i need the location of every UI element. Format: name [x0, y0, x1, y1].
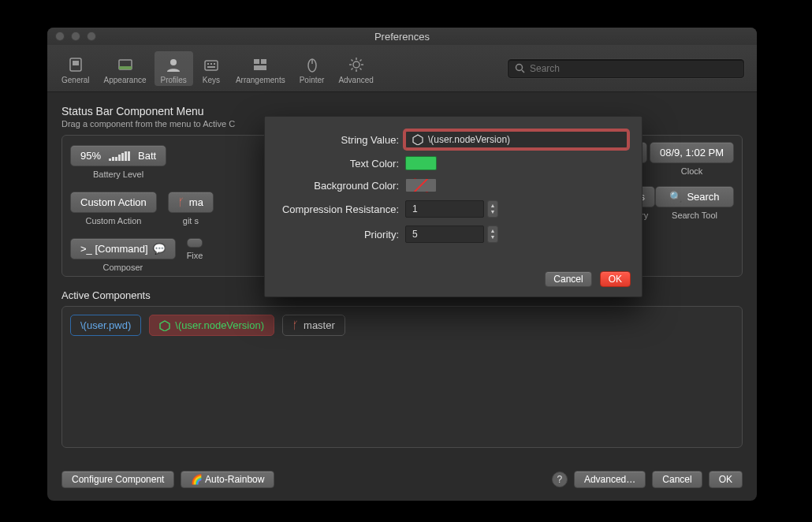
- speech-bubble-icon: 💬: [153, 243, 166, 255]
- minimize-window[interactable]: [71, 32, 80, 41]
- svg-rect-1: [73, 61, 79, 65]
- toolbar-search-input[interactable]: [530, 63, 737, 74]
- tab-pointer[interactable]: Pointer: [293, 51, 331, 86]
- component-caption: Composer: [102, 263, 143, 272]
- component-caption: git s: [183, 216, 199, 226]
- component-caption: Clock: [681, 166, 703, 176]
- priority-label: Priority:: [279, 229, 405, 240]
- svg-rect-5: [205, 61, 218, 70]
- compression-stepper[interactable]: ▲▼: [487, 200, 498, 218]
- tab-label: General: [61, 76, 90, 84]
- component-chip[interactable]: [187, 238, 203, 248]
- svg-rect-12: [254, 65, 266, 70]
- toolbar: General Appearance Profiles Keys Arrange…: [47, 45, 757, 92]
- rainbow-icon: 🌈: [191, 474, 203, 485]
- window-title: Preferences: [47, 31, 757, 43]
- battery-label: Batt: [138, 150, 156, 162]
- configure-component-sheet: String Value: \(user.nodeVersion) Text C…: [264, 116, 643, 297]
- tab-label: Keys: [203, 76, 220, 84]
- component-chip[interactable]: ᚶ ma: [168, 192, 214, 213]
- component-caption: Custom Action: [85, 216, 141, 226]
- component-fixed[interactable]: Fixe: [187, 238, 203, 272]
- component-battery[interactable]: 95% Batt Battery Level: [70, 145, 166, 179]
- arrangements-icon: [250, 54, 270, 75]
- component-chip[interactable]: 🔍 Search: [655, 186, 734, 207]
- tab-arrangements[interactable]: Arrangements: [229, 51, 292, 86]
- close-window[interactable]: [55, 32, 65, 41]
- toolbar-search[interactable]: [508, 59, 744, 78]
- component-chip[interactable]: 08/9, 1:02 PM: [650, 142, 734, 163]
- active-component-nodeversion[interactable]: \(user.nodeVersion): [149, 315, 274, 336]
- component-clock[interactable]: 08/9, 1:02 PM Clock: [650, 142, 734, 176]
- zoom-window[interactable]: [87, 32, 96, 41]
- component-chip[interactable]: Custom Action: [70, 192, 157, 213]
- svg-rect-11: [261, 59, 266, 64]
- advanced-button[interactable]: Advanced…: [574, 471, 646, 488]
- tab-label: Advanced: [338, 76, 373, 84]
- svg-marker-26: [160, 321, 169, 331]
- tab-advanced[interactable]: Advanced: [332, 51, 379, 86]
- priority-input[interactable]: [405, 226, 484, 243]
- ok-button[interactable]: OK: [709, 471, 743, 488]
- search-icon: [515, 63, 525, 73]
- component-custom-action[interactable]: Custom Action Custom Action: [70, 192, 157, 226]
- tag-text: \(user.pwd): [80, 319, 131, 331]
- string-value-input[interactable]: \(user.nodeVersion): [405, 131, 628, 148]
- svg-rect-6: [207, 63, 209, 65]
- tab-profiles[interactable]: Profiles: [155, 51, 193, 86]
- tab-label: Profiles: [161, 76, 187, 84]
- tab-label: Arrangements: [236, 76, 285, 84]
- svg-point-4: [170, 59, 177, 65]
- battery-percent: 95%: [80, 150, 101, 162]
- tab-keys[interactable]: Keys: [195, 51, 228, 86]
- help-button[interactable]: ?: [552, 472, 568, 487]
- appearance-icon: [115, 54, 136, 75]
- modal-cancel-button[interactable]: Cancel: [545, 271, 591, 287]
- tab-label: Appearance: [104, 76, 147, 84]
- titlebar: Preferences: [47, 28, 757, 45]
- svg-line-20: [351, 59, 352, 61]
- search-chip-text: Search: [687, 191, 719, 203]
- active-components-box[interactable]: \(user.pwd) \(user.nodeVersion) ᚶ master: [61, 306, 743, 448]
- component-chip[interactable]: >_ [Command] 💬: [70, 238, 176, 259]
- active-component-master[interactable]: ᚶ master: [282, 315, 345, 336]
- svg-line-25: [522, 70, 524, 73]
- auto-rainbow-label: Auto-Rainbow: [205, 474, 264, 485]
- auto-rainbow-button[interactable]: 🌈 Auto-Rainbow: [181, 471, 274, 488]
- cancel-button[interactable]: Cancel: [652, 471, 702, 488]
- preferences-window: Preferences General Appearance Profiles …: [47, 28, 757, 501]
- hexagon-icon: [412, 134, 423, 145]
- branch-icon: ᚶ: [292, 319, 299, 331]
- active-component-pwd[interactable]: \(user.pwd): [70, 315, 141, 336]
- component-caption: Battery Level: [93, 170, 143, 179]
- svg-rect-10: [254, 59, 259, 64]
- modal-ok-button[interactable]: OK: [600, 271, 631, 287]
- magnifier-icon: 🔍: [669, 191, 682, 203]
- component-caption: Fixe: [187, 251, 203, 260]
- component-git[interactable]: ᚶ ma git s: [168, 192, 214, 226]
- svg-line-21: [359, 68, 361, 69]
- text-color-swatch[interactable]: [405, 156, 437, 170]
- component-search-tool[interactable]: 🔍 Search Search Tool: [655, 186, 734, 220]
- component-chip[interactable]: 95% Batt: [70, 145, 166, 166]
- pointer-icon: [302, 54, 322, 75]
- priority-stepper[interactable]: ▲▼: [487, 226, 498, 243]
- bg-color-label: Background Color:: [279, 180, 405, 192]
- toolbar-search-wrap: [508, 59, 744, 78]
- git-text: ma: [189, 196, 203, 208]
- gear-icon: [346, 54, 367, 75]
- compression-input[interactable]: [405, 200, 484, 218]
- text-color-label: Text Color:: [279, 158, 405, 170]
- svg-rect-3: [119, 66, 132, 69]
- tab-general[interactable]: General: [55, 51, 96, 86]
- svg-rect-7: [210, 63, 212, 65]
- tab-label: Pointer: [300, 76, 325, 84]
- configure-component-button[interactable]: Configure Component: [61, 471, 174, 488]
- svg-line-23: [351, 68, 352, 69]
- composer-text: >_ [Command]: [80, 243, 148, 255]
- tab-appearance[interactable]: Appearance: [98, 51, 153, 86]
- component-composer[interactable]: >_ [Command] 💬 Composer: [70, 238, 176, 272]
- svg-marker-27: [413, 135, 423, 145]
- string-value-text: \(user.nodeVersion): [428, 134, 510, 145]
- bg-color-swatch[interactable]: [405, 178, 437, 192]
